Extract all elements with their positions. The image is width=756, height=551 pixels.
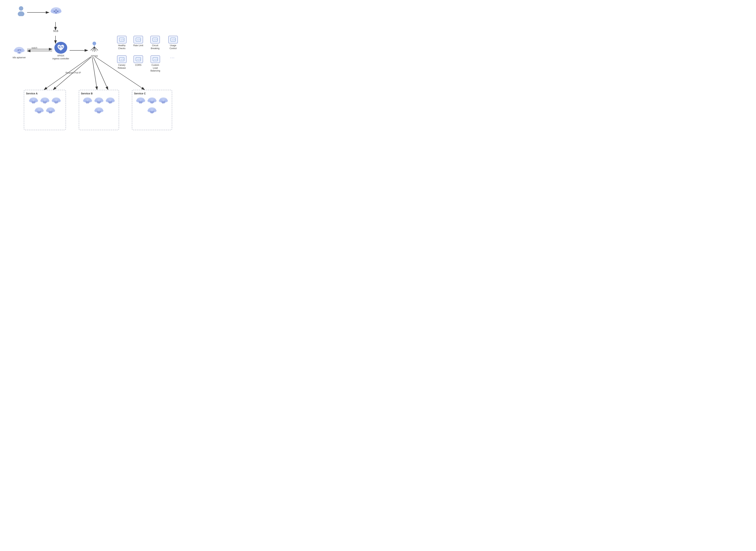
circuit-breaking-icon-box: </>: [150, 36, 160, 43]
k8s-apiserver-node: API k8s apiserver: [11, 45, 27, 59]
svg-point-88: [39, 111, 40, 112]
svg-point-70: [45, 101, 45, 102]
svg-point-79: [56, 101, 57, 102]
svg-point-69: [43, 101, 44, 102]
svg-point-159: [162, 101, 163, 102]
healthy-checks-icon-box: </>: [117, 36, 127, 43]
svg-point-124: [110, 101, 111, 102]
circuit-breaking-label: CircuitBreaking: [151, 44, 159, 50]
svg-point-144: [140, 103, 140, 104]
svg-point-14: [18, 11, 24, 16]
svg-point-170: [153, 111, 154, 112]
svg-rect-31: [17, 51, 21, 53]
pod-cloud-1: [29, 96, 38, 105]
svg-point-73: [45, 103, 46, 104]
svg-point-61: [33, 101, 34, 102]
plugin-healthy-checks: </> HealthyChecks: [115, 36, 128, 50]
cloud-network-icon: [50, 5, 62, 18]
svg-line-11: [93, 57, 108, 90]
request-pod-ip-text: Request Pod IP: [66, 71, 81, 74]
svg-point-125: [111, 101, 112, 102]
canary-release-icon-box: </>: [117, 55, 127, 63]
svg-point-118: [99, 103, 100, 104]
pod-cloud-c2: [147, 96, 157, 105]
svg-text:</>: </>: [154, 38, 157, 41]
service-c-box: Service C: [132, 90, 172, 130]
svg-point-132: [97, 111, 98, 112]
pod-cloud-4: [34, 106, 44, 115]
svg-point-13: [19, 6, 23, 11]
svg-point-152: [153, 101, 154, 102]
svg-point-151: [152, 101, 153, 102]
plugin-usage-control: </> UsageControl: [166, 36, 180, 50]
svg-point-71: [46, 101, 47, 102]
svg-text:</>: </>: [172, 38, 175, 41]
svg-text:</>: </>: [121, 38, 124, 41]
plugin-circuit-breaking: </> CircuitBreaking: [148, 36, 162, 50]
plugin-rate-limit: </> Rate Limit: [132, 36, 145, 47]
svg-point-169: [152, 111, 153, 112]
k8s-cloud-icon: API: [14, 45, 25, 56]
pod-cloud-b1: [83, 96, 92, 105]
custom-load-balancing-icon-box: </>: [151, 55, 160, 63]
svg-point-114: [97, 101, 98, 102]
svg-text:API: API: [18, 49, 21, 51]
pod-cloud-b4: [94, 106, 104, 115]
plugin-more: ···: [167, 55, 178, 60]
svg-point-107: [88, 101, 89, 102]
svg-point-115: [99, 101, 99, 102]
svg-point-81: [55, 103, 56, 104]
svg-point-135: [98, 112, 99, 113]
user-icon: [16, 5, 26, 16]
svg-point-108: [86, 103, 87, 104]
slb-text: SLB: [53, 29, 58, 32]
k8s-label: k8s apiserver: [13, 56, 26, 59]
svg-point-89: [40, 111, 41, 112]
svg-point-91: [39, 112, 40, 113]
svg-point-171: [151, 112, 152, 113]
service-a-box: Service A: [24, 90, 66, 130]
plugin-custom-load-balancing: </> CustomLoad Balancing: [148, 55, 163, 72]
plugin-cors: </> CORS: [132, 55, 145, 67]
svg-point-143: [142, 101, 142, 102]
canary-release-label: CanaryRelease: [118, 64, 126, 69]
svg-point-133: [99, 111, 99, 112]
svg-point-134: [100, 111, 101, 112]
rate-limit-icon-box: </>: [134, 36, 143, 43]
pod-cloud-3: [51, 96, 61, 105]
pod-cloud-c3: [158, 96, 168, 105]
svg-point-72: [44, 103, 45, 104]
cors-label: CORS: [135, 64, 142, 67]
usage-control-icon-box: </>: [168, 36, 178, 43]
svg-point-127: [110, 103, 111, 104]
svg-line-10: [92, 57, 97, 90]
svg-point-80: [57, 101, 58, 102]
apisix-gateway-label: APISIX: [91, 55, 98, 58]
svg-point-99: [49, 112, 50, 113]
svg-text:</>: </>: [137, 38, 140, 41]
service-a-title: Service A: [26, 92, 64, 95]
pod-cloud-c4: [147, 106, 157, 115]
svg-point-154: [152, 103, 153, 104]
plugin-canary-release: </> CanaryRelease: [115, 55, 128, 69]
svg-point-136: [99, 112, 100, 113]
request-pod-ip-node: Request Pod IP: [62, 71, 84, 74]
apisix-controller-label: APISIXingress controller: [52, 54, 69, 60]
svg-point-64: [34, 103, 35, 104]
more-plugins-icon: ···: [170, 55, 175, 60]
svg-text:</>: </>: [121, 58, 124, 60]
svg-text:</>: </>: [137, 58, 140, 60]
svg-text:</>: </>: [154, 58, 157, 60]
pod-cloud-b3: [105, 96, 115, 105]
svg-point-78: [55, 101, 55, 102]
service-b-title: Service B: [81, 92, 117, 95]
pod-cloud-2: [40, 96, 50, 105]
svg-point-145: [141, 103, 142, 104]
heart-monitor-icon: [54, 42, 67, 54]
cloud-network-node: [50, 5, 62, 18]
slb-label-node: SLB: [49, 29, 62, 32]
svg-point-97: [50, 111, 51, 112]
svg-point-142: [140, 101, 141, 102]
custom-load-balancing-label: CustomLoad Balancing: [148, 64, 163, 72]
healthy-checks-label: HealthyChecks: [118, 44, 126, 50]
